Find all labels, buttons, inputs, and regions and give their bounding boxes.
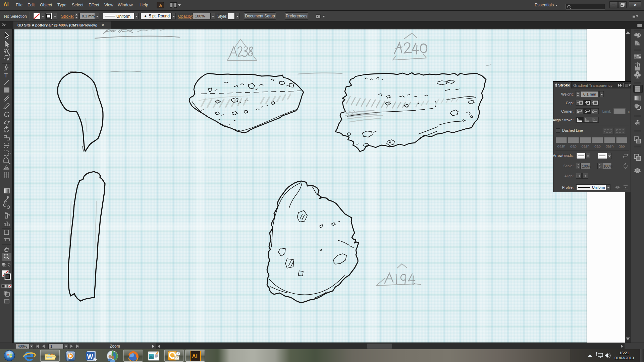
svg-text:T: T: [4, 72, 8, 79]
svg-text:W: W: [87, 353, 93, 360]
svg-text:Ai: Ai: [192, 353, 198, 360]
